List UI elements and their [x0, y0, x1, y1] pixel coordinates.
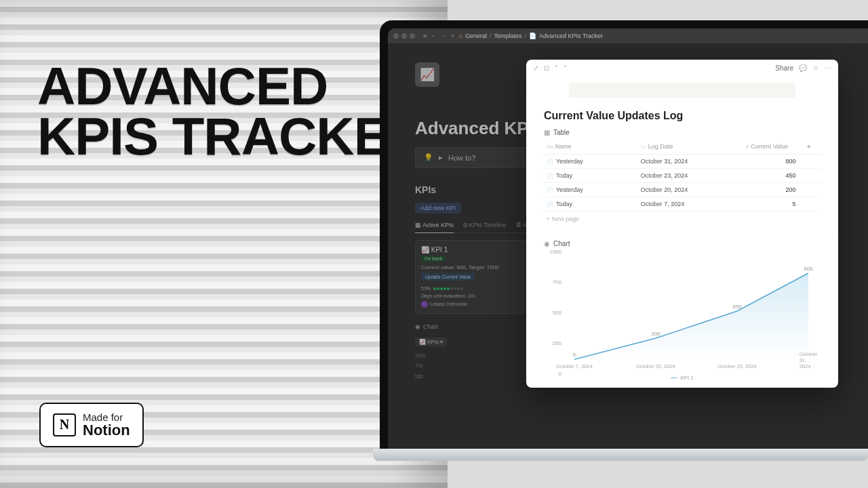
- table-header-row: AaName ▭Log Date #Current Value +: [544, 139, 821, 155]
- laptop-base: [373, 449, 868, 461]
- page-cover-placeholder: [569, 83, 796, 98]
- avatar: [421, 301, 428, 308]
- tab-active-kpis[interactable]: ▦ Active KPIs: [415, 222, 454, 233]
- number-prop-icon: #: [746, 144, 749, 150]
- chart-icon: 📈: [421, 246, 429, 253]
- table-row[interactable]: 📄YesterdayOctober 31, 2024800: [544, 155, 821, 169]
- updates-log-table: AaName ▭Log Date #Current Value + 📄Yeste…: [544, 139, 821, 211]
- table-row[interactable]: 📄TodayOctober 7, 20245: [544, 197, 821, 211]
- window-topbar: ≡ ← → + ⌂ General / Templates / 📄 Advanc…: [388, 28, 868, 43]
- breadcrumb: ⌂ General / Templates / 📄 Advanced KPIs …: [459, 33, 604, 39]
- ytick: 250: [544, 340, 561, 346]
- point-label: 800: [804, 266, 812, 272]
- page-icon: 📄: [529, 33, 536, 39]
- open-as-page-icon[interactable]: ⊡: [544, 64, 549, 72]
- page-emoji-icon[interactable]: 📈: [415, 62, 439, 87]
- ytick: 0: [544, 371, 561, 377]
- title-prop-icon: Aa: [547, 144, 553, 150]
- badge-top: Made for: [83, 412, 130, 422]
- add-kpi-button[interactable]: Add new KPI: [415, 203, 461, 214]
- col-value[interactable]: Current Value: [751, 143, 788, 150]
- next-icon[interactable]: ˅: [564, 64, 567, 72]
- add-column-button[interactable]: +: [804, 139, 821, 155]
- kpi-card-1[interactable]: 📈 KPI 1 On track Current value: 800, Tar…: [415, 240, 530, 314]
- home-icon[interactable]: ⌂: [459, 33, 462, 39]
- kpi-current-line: Current value: 800, Target: 1500: [421, 264, 524, 270]
- new-tab-icon[interactable]: +: [451, 33, 454, 39]
- page-icon: 📄: [547, 173, 553, 179]
- crumb-general[interactable]: General: [465, 33, 487, 39]
- share-button[interactable]: Share: [775, 64, 793, 72]
- crumb-page[interactable]: Advanced KPIs Tracker: [539, 33, 603, 39]
- panel-title: Current Value Updates Log: [544, 110, 821, 122]
- update-value-button[interactable]: Update Current Value: [421, 273, 475, 281]
- sidebar-toggle-icon[interactable]: ≡: [423, 33, 427, 39]
- view-tab-table[interactable]: ▦ Table: [544, 129, 821, 136]
- col-name[interactable]: Name: [555, 143, 572, 150]
- owner-name: Łukasz Ostrowski: [430, 302, 467, 306]
- page-icon: 📄: [547, 159, 553, 165]
- howto-label: How to?: [448, 154, 475, 162]
- chart-section: ◉ Chart 1000 750 500 250 0: [544, 240, 821, 381]
- traffic-lights: [393, 33, 415, 39]
- table-row[interactable]: 📄TodayOctober 23, 2024450: [544, 169, 821, 183]
- view-tab-chart[interactable]: ◉ Chart: [544, 240, 821, 247]
- favorite-icon[interactable]: ☆: [812, 64, 819, 73]
- chart-view-icon: ◉: [544, 240, 550, 247]
- xtick: October 20, 2024: [636, 363, 675, 369]
- chart-filter-pill[interactable]: 📈 KPIs ▾: [415, 338, 447, 346]
- chart-svg: [564, 251, 822, 360]
- crumb-templates[interactable]: Templates: [494, 33, 522, 39]
- made-for-notion-badge: N Made for Notion: [39, 403, 144, 447]
- expand-icon[interactable]: ⤢: [533, 64, 538, 72]
- promo-title-line2: KPIS TRACKER: [37, 106, 426, 166]
- comment-icon[interactable]: 💬: [799, 64, 807, 72]
- point-label: 200: [651, 331, 660, 337]
- chart-legend: KPI 1: [544, 375, 821, 381]
- days-until: Days until evaluation: 101: [421, 293, 524, 298]
- prev-icon[interactable]: ˄: [555, 64, 558, 72]
- col-date[interactable]: Log Date: [648, 143, 673, 150]
- page-icon: 📄: [547, 201, 553, 207]
- promo-title: ADVANCED KPIS TRACKER: [37, 61, 426, 161]
- table-row[interactable]: 📄YesterdayOctober 20, 2024200: [544, 183, 821, 197]
- point-label: 5: [573, 352, 576, 358]
- panel-toolbar: ⤢ ⊡ ˄ ˅ Share 💬 ☆ ⋯: [526, 60, 838, 76]
- table-icon: ▦: [544, 129, 550, 136]
- page-icon: 📄: [547, 187, 553, 193]
- new-page-button[interactable]: + New page: [544, 211, 821, 226]
- ytick: 500: [544, 310, 561, 316]
- more-icon[interactable]: ⋯: [825, 64, 831, 72]
- xtick: October 23, 2024: [717, 363, 757, 369]
- lightbulb-icon: 💡: [424, 153, 433, 162]
- side-peek-panel: ⤢ ⊡ ˄ ˅ Share 💬 ☆ ⋯ Current Value Update…: [526, 60, 838, 388]
- nav-back-icon[interactable]: ←: [431, 33, 437, 39]
- chart-icon: ◉: [415, 323, 420, 330]
- status-badge: On track: [421, 256, 446, 262]
- point-label: 450: [732, 304, 741, 310]
- tab-kpis-timeline[interactable]: ⧉ KPIs Timeline: [463, 222, 507, 229]
- notion-logo-icon: N: [53, 413, 76, 436]
- ytick: 1000: [544, 249, 561, 255]
- ytick: 750: [544, 279, 561, 285]
- xtick: October 31, 2024: [800, 351, 818, 369]
- progress-row: 53%: [421, 286, 524, 291]
- xtick: October 7, 2024: [556, 363, 593, 369]
- line-chart: 1000 750 500 250 0 5: [544, 251, 821, 373]
- badge-bottom: Notion: [83, 422, 130, 438]
- date-prop-icon: ▭: [641, 144, 646, 150]
- nav-forward-icon[interactable]: →: [441, 33, 447, 39]
